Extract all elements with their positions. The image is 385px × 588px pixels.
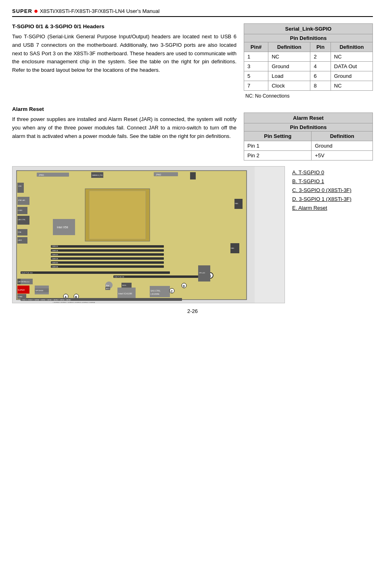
pin-num: 7 (244, 81, 268, 91)
alarm-table-subtitle: Pin Definitions (244, 123, 373, 131)
section1-text: Two T-SGPIO (Serial-Link General Purpose… (12, 33, 236, 75)
alarm-col1-header: Pin Setting (244, 131, 312, 141)
sgpio-col3-header: Pin (310, 42, 331, 52)
pin-def2: Ground (331, 71, 372, 81)
svg-rect-11 (89, 191, 146, 239)
svg-text:DIMM1A: DIMM1A (52, 250, 58, 252)
pin-num: 1 (244, 52, 268, 62)
svg-rect-16 (51, 253, 164, 256)
legend-item: A. T-SGPIO 0 (292, 169, 373, 175)
svg-text:SXB PCIE X8: SXB PCIE X8 (114, 276, 124, 278)
sgpio-table-title: Serial_Link-SGPIO (244, 24, 373, 34)
section2-right: Alarm Reset Pin Definitions Pin Setting … (244, 106, 373, 161)
table-row: Pin 1 Ground (244, 141, 373, 151)
svg-text:I-SATA0  I-SATA1  I-SATA2  I-S: I-SATA0 I-SATA1 I-SATA2 I-SATA3 I-SATA4 … (53, 302, 95, 303)
svg-text:BIOS: BIOS (122, 284, 126, 286)
page-number: 2-26 (12, 308, 373, 314)
svg-text:FAN: FAN (235, 202, 238, 204)
svg-text:B: B (75, 296, 77, 298)
pin-setting: Pin 1 (244, 141, 312, 151)
alarm-reset-text: If three power supplies are installed an… (12, 115, 236, 140)
brand-dot: ● (34, 7, 38, 15)
pin-def: NC (268, 52, 310, 62)
svg-rect-14 (51, 249, 164, 252)
pin-def: Ground (268, 62, 310, 71)
table-row: 7 Clock 8 NC (244, 81, 373, 91)
svg-rect-24 (21, 271, 170, 274)
svg-rect-12 (51, 245, 164, 248)
pin-num2: 2 (310, 52, 331, 62)
svg-text:DIMM2B: DIMM2B (52, 254, 58, 256)
svg-text:LAN3: LAN3 (18, 239, 22, 241)
sgpio-col1-header: Pin# (244, 42, 268, 52)
pin-def2: NC (331, 81, 372, 91)
svg-text:DIMM3A: DIMM3A (52, 266, 58, 268)
board-legend: A. T-SGPIO 0B. T-SGPIO 1C. 3-SGPIO 0 (X8… (292, 166, 373, 303)
svg-text:USB2.0 USB4/5 I-SATA0 I-SATA1 : USB2.0 USB4/5 I-SATA0 I-SATA1 I-SATA2 I-… (21, 299, 71, 301)
svg-text:COM2: COM2 (18, 296, 23, 298)
svg-text:Slot6 PCIE X16: Slot6 PCIE X16 (21, 272, 33, 274)
section1-left: T-SGPIO 0/1 & 3-SGPIO 0/1 Headers Two T-… (12, 23, 236, 99)
svg-text:SMBBUS_PS1: SMBBUS_PS1 (92, 174, 103, 176)
svg-text:JBT1: JBT1 (106, 288, 110, 290)
nc-note: NC: No Connections (244, 93, 373, 99)
table-row: 3 Ground 4 DATA Out (244, 62, 373, 71)
legend-item: E. Alarm Reset (292, 205, 373, 211)
svg-text:LSI1068E: LSI1068E (151, 293, 160, 295)
svg-rect-26 (113, 275, 198, 278)
table-row: 5 Load 6 Ground (244, 71, 373, 81)
sgpio-table: Serial_Link-SGPIO Pin Definitions Pin# D… (244, 23, 373, 91)
svg-text:FAN: FAN (231, 247, 234, 249)
pin-num2: 8 (310, 81, 331, 91)
svg-text:JPW2: JPW2 (156, 173, 161, 176)
pin-num: 5 (244, 71, 268, 81)
board-area: JPW1 SMBBUS_PS1 JPW2 Intel1366 Processor… (12, 166, 373, 303)
brand-name: SUPER (12, 8, 32, 14)
svg-text:HW Monitor: HW Monitor (21, 281, 30, 283)
svg-text:DIMM2A: DIMM2A (52, 258, 58, 260)
pin-def: Load (268, 71, 310, 81)
section1-heading: T-SGPIO 0/1 & 3-SGPIO 0/1 Headers (12, 23, 236, 29)
svg-rect-6 (190, 172, 196, 179)
alarm-table: Alarm Reset Pin Definitions Pin Setting … (244, 113, 373, 161)
page-header: SUPER ● X8STi/X8STi-F/X8STi-3F/X8STi-LN4… (12, 7, 373, 17)
svg-text:C: C (171, 290, 173, 293)
svg-text:COM1: COM1 (18, 209, 23, 211)
pin-num2: 4 (310, 62, 331, 71)
section2-content: Alarm Reset If three power supplies are … (12, 106, 373, 161)
board-diagram: JPW1 SMBBUS_PS1 JPW2 Intel1366 Processor… (12, 166, 285, 303)
svg-text:D: D (183, 285, 185, 288)
header-title: X8STi/X8STi-F/X8STi-3F/X8STi-LN4 User's … (40, 8, 160, 14)
svg-text:A: A (65, 296, 67, 298)
svg-text:WPCM450: WPCM450 (36, 290, 44, 292)
svg-text:SPInn01: SPInn01 (199, 272, 205, 274)
sgpio-table-subtitle: Pin Definitions (244, 34, 373, 42)
pin-setting: Pin 2 (244, 151, 312, 161)
svg-text:IPMI LAN: IPMI LAN (18, 199, 25, 201)
table-row: 1 NC 2 NC (244, 52, 373, 62)
legend-item: C. 3-SGPIO 0 (X8STi-3F) (292, 187, 373, 193)
svg-text:JPW1: JPW1 (39, 174, 44, 176)
alarm-col2-header: Definition (312, 131, 373, 141)
svg-rect-20 (51, 261, 164, 264)
svg-text:Intel X58: Intel X58 (57, 226, 68, 229)
svg-rect-22 (51, 265, 164, 268)
svg-text:LAN CTRL: LAN CTRL (18, 219, 26, 221)
svg-text:SAS CTRL: SAS CTRL (151, 290, 161, 292)
legend-item: D. 3-SGPIO 1 (X8STi-3F) (292, 196, 373, 202)
pin-definition: +5V (312, 151, 373, 161)
pin-num: 3 (244, 62, 268, 71)
sgpio-col4-header: Definition (331, 42, 372, 52)
section1-right: Serial_Link-SGPIO Pin Definitions Pin# D… (244, 23, 373, 99)
alarm-table-wrapper: Alarm Reset Pin Definitions Pin Setting … (244, 113, 373, 161)
svg-text:DIMM3B: DIMM3B (52, 262, 58, 264)
alarm-table-title: Alarm Reset (244, 113, 373, 123)
table-row: Pin 2 +5V (244, 151, 373, 161)
pin-def2: NC (331, 52, 372, 62)
svg-text:VGA: VGA (18, 231, 21, 233)
svg-rect-18 (51, 257, 164, 260)
pin-def2: DATA Out (331, 62, 372, 71)
pin-definition: Ground (312, 141, 373, 151)
sgpio-col2-header: Definition (268, 42, 310, 52)
svg-text:Intel ICH10R: Intel ICH10R (118, 292, 132, 295)
